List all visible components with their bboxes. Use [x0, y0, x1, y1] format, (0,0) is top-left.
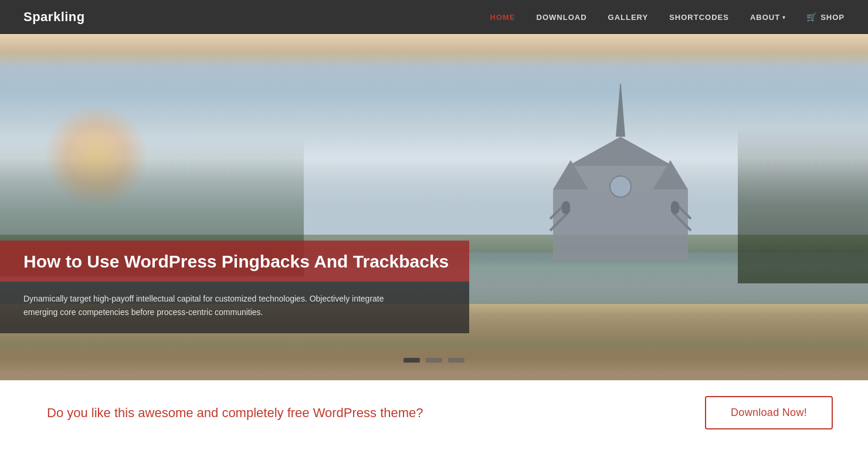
- nav-item-about[interactable]: ABOUT ▾: [750, 13, 785, 22]
- nav-item-home[interactable]: HOME: [490, 12, 516, 22]
- nav-link-shortcodes[interactable]: SHORTCODES: [669, 13, 729, 22]
- nav-link-about[interactable]: ABOUT: [750, 13, 780, 22]
- slide-title: How to Use WordPress Pingbacks And Track…: [23, 251, 452, 272]
- svg-rect-12: [562, 201, 570, 214]
- slide-description: Dynamically target high-payoff intellect…: [23, 292, 399, 319]
- nav-item-download[interactable]: DOWNLOAD: [537, 12, 587, 22]
- svg-rect-1: [553, 189, 588, 260]
- nav-link-download[interactable]: DOWNLOAD: [537, 13, 587, 22]
- nav-link-gallery[interactable]: GALLERY: [608, 13, 649, 22]
- navbar: Sparkling HOME DOWNLOAD GALLERY SHORTCOD…: [0, 0, 868, 34]
- slider-dots: [404, 358, 464, 363]
- promo-section: Do you like this awesome and completely …: [0, 380, 868, 445]
- slider-dot-3[interactable]: [448, 358, 464, 363]
- svg-rect-13: [671, 201, 679, 214]
- slider-dot-2[interactable]: [426, 358, 442, 363]
- caption-title-box: How to Use WordPress Pingbacks And Track…: [0, 241, 469, 282]
- slider-dot-1[interactable]: [404, 358, 420, 363]
- hero-trees-right: [738, 127, 868, 283]
- nav-shop-label: SHOP: [820, 13, 845, 22]
- cart-icon: 🛒: [806, 12, 817, 22]
- cathedral-svg: [521, 84, 720, 283]
- svg-marker-5: [568, 137, 673, 166]
- nav-item-shortcodes[interactable]: SHORTCODES: [669, 12, 729, 22]
- hero-caption: How to Use WordPress Pingbacks And Track…: [0, 241, 469, 333]
- svg-point-11: [610, 176, 631, 197]
- download-now-button[interactable]: Download Now!: [705, 396, 833, 429]
- main-nav: HOME DOWNLOAD GALLERY SHORTCODES ABOUT ▾…: [490, 12, 845, 22]
- nav-item-gallery[interactable]: GALLERY: [608, 12, 649, 22]
- chevron-down-icon: ▾: [782, 14, 785, 21]
- hero-slider: How to Use WordPress Pingbacks And Track…: [0, 34, 868, 380]
- promo-text: Do you like this awesome and completely …: [47, 405, 423, 421]
- caption-desc-box: Dynamically target high-payoff intellect…: [0, 282, 469, 333]
- nav-item-shop[interactable]: 🛒 SHOP: [806, 12, 845, 22]
- site-brand[interactable]: Sparkling: [23, 9, 85, 25]
- nav-link-home[interactable]: HOME: [490, 13, 516, 22]
- svg-marker-6: [616, 84, 625, 137]
- nav-link-shop[interactable]: 🛒 SHOP: [806, 12, 845, 22]
- svg-rect-2: [653, 189, 688, 260]
